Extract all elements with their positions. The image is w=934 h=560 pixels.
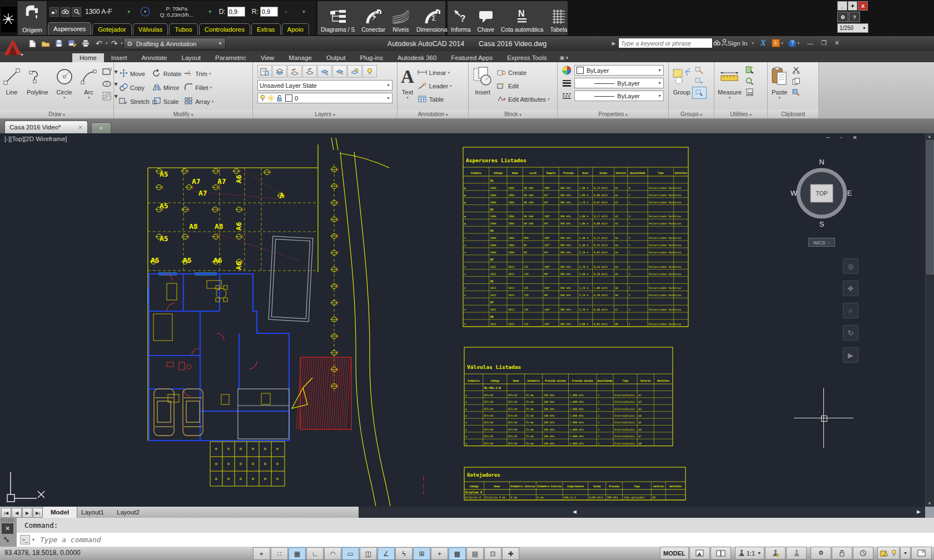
group-select-toggle[interactable] — [692, 87, 707, 99]
conectar-button[interactable]: Conectar — [358, 1, 389, 35]
polyline-button[interactable]: Polyline — [23, 62, 52, 110]
diagrama-button[interactable]: Diagrama / S — [317, 1, 358, 35]
tab-view[interactable]: View — [254, 53, 282, 62]
tab-layout1[interactable]: Layout1 — [73, 507, 112, 518]
viewcube-compass[interactable]: TOP N W E S — [789, 157, 854, 234]
origem-button[interactable]: Origem — [18, 1, 47, 35]
plugin-close-button[interactable]: X — [858, 1, 868, 11]
plugin-settings-button[interactable]: ⚙ — [837, 12, 848, 22]
copy-clip-button[interactable] — [789, 76, 803, 87]
download-icon[interactable]: ⇩ — [772, 39, 780, 47]
status-overflow-icon[interactable]: ▼ — [900, 547, 911, 559]
coordinates-readout[interactable]: 93.4378, 18.5018, 0.0000 — [4, 549, 81, 557]
command-input[interactable] — [39, 535, 934, 544]
plot-button[interactable] — [79, 37, 92, 49]
rotate-button[interactable]: Rotate — [152, 67, 181, 81]
object-color-select[interactable]: ByLayer▼ — [574, 65, 664, 76]
panel-title-clipboard[interactable]: Clipboard — [768, 110, 818, 118]
d-value-input[interactable] — [227, 7, 245, 17]
layout-quickview-button[interactable] — [689, 547, 710, 559]
toolbar-lock-button[interactable] — [832, 547, 852, 559]
tab-home[interactable]: Home — [72, 53, 104, 62]
copy-button[interactable]: Copy — [118, 81, 150, 94]
tab-plugins[interactable]: Plug-ins — [352, 53, 390, 62]
save-as-button[interactable] — [66, 37, 79, 49]
viewport-window-controls[interactable]: ─ ▫ ✕ — [826, 134, 862, 141]
binoculars-button[interactable] — [61, 7, 70, 17]
command-customize-icon[interactable]: 🔧︎ — [3, 536, 10, 544]
annotation-visibility-button[interactable] — [765, 547, 786, 559]
chave-button[interactable]: Chave — [474, 1, 498, 35]
magnifier-button[interactable] — [72, 7, 81, 17]
edit-attributes-button[interactable]: Edit Attributes▾ — [496, 93, 549, 106]
ungroup-button[interactable] — [692, 64, 706, 76]
quick-calc-button[interactable] — [743, 76, 757, 87]
lineweight-toggle[interactable]: ▩ — [449, 547, 466, 560]
layer-off-button[interactable] — [347, 65, 362, 78]
table-button[interactable]: Table — [418, 93, 452, 106]
linetype-select[interactable]: ByLayer▼ — [574, 91, 664, 101]
tab-tubos[interactable]: Tubos — [169, 23, 198, 35]
tab-apoio[interactable]: Apoio — [282, 23, 309, 35]
layer-properties-button[interactable] — [257, 65, 272, 78]
edit-block-button[interactable]: Edit — [496, 79, 549, 93]
command-input-row[interactable]: >_ ▾ — [17, 533, 934, 547]
hardware-acceleration-button[interactable] — [853, 547, 873, 559]
ortho-mode-toggle[interactable]: ∟ — [306, 547, 324, 560]
search-expand-icon[interactable]: ▶ — [612, 41, 616, 46]
group-button[interactable]: Group — [669, 62, 692, 110]
small-circle-icon[interactable]: ○ — [285, 9, 287, 14]
dynamic-ucs-toggle[interactable]: ⊞ — [413, 547, 430, 560]
next-tab-button[interactable]: ▶ — [22, 508, 32, 518]
redo-button[interactable]: ↷ — [108, 37, 121, 49]
tab-insert[interactable]: Insert — [104, 53, 135, 62]
ribbon-minimize-button[interactable]: ▣ ▾ — [560, 55, 569, 62]
file-tab-close-icon[interactable]: ✕ — [78, 124, 83, 131]
layer-lock-button[interactable] — [332, 65, 347, 78]
snap-mode-toggle[interactable]: ∷ — [271, 547, 288, 560]
color-wheel-icon[interactable] — [562, 66, 572, 75]
grid-display-toggle[interactable]: ▦ — [289, 547, 306, 560]
last-tab-button[interactable]: ▶| — [33, 508, 43, 518]
tab-annotate[interactable]: Annotate — [134, 53, 174, 62]
niveis-button[interactable]: Níveis — [389, 1, 413, 35]
autoscale-button[interactable] — [786, 547, 807, 559]
r-value-input[interactable] — [260, 7, 278, 17]
tab-output[interactable]: Output — [319, 53, 353, 62]
tab-autodesk360[interactable]: Autodesk 360 — [390, 53, 444, 62]
help-icon[interactable]: ? — [788, 39, 796, 47]
circle-button[interactable]: Circle ▾ — [52, 62, 77, 110]
dimensionar-button[interactable]: Σ Dimensionar — [413, 1, 453, 35]
match-properties-button[interactable] — [789, 87, 803, 98]
tab-extras[interactable]: Extras — [251, 23, 281, 35]
layer-select[interactable]: 0▼ — [257, 93, 393, 103]
search-binoculars-icon[interactable] — [713, 39, 721, 47]
zoom-icon[interactable]: ⌕ — [843, 303, 858, 318]
dropdown-arrow-icon[interactable]: ▼ — [127, 9, 131, 14]
tab-layout[interactable]: Layout — [175, 53, 208, 62]
pan-icon[interactable]: ✥ — [843, 281, 858, 296]
open-file-button[interactable] — [39, 37, 52, 49]
showmotion-icon[interactable]: ▶ — [843, 347, 858, 363]
panel-title-draw[interactable]: Draw ▾ — [0, 110, 113, 118]
recent-commands-icon[interactable]: ▾ — [32, 537, 34, 542]
plugin-pin-button[interactable]: ✦ — [848, 1, 858, 11]
layer-state-select[interactable]: Unsaved Layer State▼ — [257, 80, 393, 91]
layer-freeze-button[interactable] — [317, 65, 332, 78]
text-button[interactable]: A Text ▾ — [398, 62, 418, 110]
scroll-down-icon[interactable]: ▼ — [926, 501, 933, 506]
layer-prev-button[interactable] — [287, 65, 302, 78]
group-edit-button[interactable]: + — [692, 76, 706, 87]
help-dropdown-icon[interactable]: ▾ — [797, 41, 799, 46]
cota-automatica-button[interactable]: N Cota automática — [498, 1, 547, 35]
leader-button[interactable]: Leader▾ — [418, 79, 452, 93]
transparency-toggle[interactable]: ▤ — [466, 547, 484, 560]
annotation-scale-button[interactable]: 1:1▼ — [735, 547, 764, 559]
orbit-icon[interactable]: ↻ — [843, 325, 858, 341]
application-menu-button[interactable] — [2, 37, 24, 57]
layer-bulb-button[interactable] — [362, 65, 377, 78]
object-snap-3d-toggle[interactable]: ◫ — [360, 547, 377, 560]
line-button[interactable]: Line — [0, 62, 23, 110]
sign-in-button[interactable]: Sign In — [728, 40, 748, 47]
scroll-right-icon[interactable]: ▶ — [917, 509, 921, 514]
